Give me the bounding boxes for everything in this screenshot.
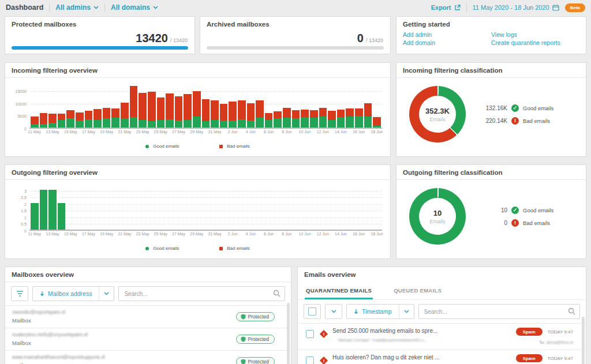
- domains-filter-dropdown[interactable]: All domains: [111, 3, 158, 12]
- check-circle-icon: ✓: [511, 207, 519, 214]
- divider: [104, 3, 105, 12]
- add-domain-link[interactable]: Add domain: [403, 39, 491, 46]
- emails-tabs: QUARANTINED EMAILS QUEUED EMAILS: [298, 283, 586, 300]
- archived-count: 0: [357, 32, 364, 45]
- check-circle-icon: ✓: [511, 104, 519, 112]
- beta-badge: Beta: [565, 3, 585, 12]
- email-timestamp: TODAY 9:47: [548, 329, 573, 335]
- email-row-checkbox[interactable]: [306, 330, 314, 338]
- sort-by-mailbox-address-button[interactable]: Mailbox address: [33, 287, 99, 301]
- mailbox-address: zwendie@reportspam.nl: [12, 309, 236, 315]
- chevron-down-icon: [404, 310, 409, 313]
- dashboard-page: Dashboard All admins All domains Export …: [0, 0, 591, 364]
- card-title: Archived mailboxes: [200, 17, 390, 31]
- bad-emails-count: 0: [481, 220, 507, 226]
- archived-total: / 13420: [366, 37, 383, 43]
- donut-unit: Emails: [429, 219, 445, 224]
- calendar-icon: [552, 4, 559, 11]
- admins-filter-dropdown[interactable]: All admins: [55, 3, 99, 12]
- mailbox-type-label: Mailbox: [12, 317, 236, 324]
- create-quarantine-reports-link[interactable]: Create quarantine reports: [491, 39, 579, 46]
- spam-warning-icon: !: [320, 357, 328, 364]
- status-label: Protected: [248, 359, 269, 364]
- bad-emails-label: Bad emails: [523, 220, 550, 226]
- select-all-checkbox-button[interactable]: [304, 304, 321, 319]
- protected-status-badge: Protected: [236, 312, 275, 321]
- mailbox-row[interactable]: www.mamahartthwoont@reportsupports.nl Ma…: [5, 350, 291, 364]
- exclamation-circle-icon: !: [511, 117, 519, 125]
- protected-status-badge: Protected: [236, 357, 275, 364]
- legend-label: Bad emails: [227, 246, 250, 251]
- mailbox-address: www.mamahartthwoont@reportsupports.nl: [12, 354, 236, 360]
- date-range-picker[interactable]: 11 May 2020 - 18 Jun 2020: [473, 4, 559, 11]
- bad-emails-legend-dot: [219, 247, 223, 250]
- status-label: Protected: [248, 336, 269, 342]
- admins-filter-label: All admins: [55, 3, 91, 12]
- sort-label: Mailbox address: [48, 290, 92, 297]
- donut-unit: Emails: [429, 117, 445, 122]
- good-emails-legend-dot: [145, 247, 149, 250]
- shield-icon: [241, 314, 246, 320]
- sort-by-timestamp-button[interactable]: Timestamp: [347, 305, 399, 318]
- protected-progress-track: [12, 46, 188, 50]
- top-bar: Dashboard All admins All domains Export …: [0, 0, 591, 15]
- select-all-checkbox[interactable]: [308, 307, 316, 316]
- email-row[interactable]: ! Send 250.000 marketing emails to spre.…: [298, 323, 586, 350]
- select-options-chevron[interactable]: [325, 304, 342, 319]
- protected-progress-fill: [12, 46, 188, 50]
- archived-progress-track: [207, 46, 384, 50]
- filter-button[interactable]: [11, 286, 28, 301]
- card-title: Outgoing filtering overview: [5, 165, 390, 180]
- chevron-down-icon: [331, 310, 336, 313]
- spam-warning-icon: !: [320, 330, 328, 338]
- card-title: Protected mailboxes: [5, 17, 194, 31]
- emails-scrollbar[interactable]: [582, 317, 585, 364]
- archived-mailboxes-card: Archived mailboxes 0 / 13420: [200, 16, 391, 54]
- classification-legend: 10 ✓ Good emails 0 ! Bad emails: [481, 207, 553, 227]
- email-row[interactable]: ! Huis isoleren? Dan mag u dit zeker nie…: [298, 350, 586, 364]
- email-search-input[interactable]: [418, 304, 580, 319]
- outgoing-filtering-overview-card: Outgoing filtering overview 00.511.522.5…: [5, 164, 391, 259]
- email-timestamp: TODAY 9:47: [548, 356, 573, 361]
- email-recipient: alexa@tilva.nl: [546, 340, 573, 345]
- getting-started-card: Getting started Add admin View logs Add …: [396, 16, 586, 54]
- mailbox-search-input[interactable]: [118, 286, 285, 301]
- arrow-down-icon: [40, 291, 44, 297]
- good-emails-count: 10: [481, 207, 507, 213]
- exclamation-circle-icon: !: [511, 219, 519, 227]
- mailboxes-scrollbar[interactable]: [287, 303, 290, 364]
- email-row-checkbox[interactable]: [306, 357, 314, 364]
- chevron-down-icon: [104, 292, 109, 295]
- tab-quarantined-emails[interactable]: QUARANTINED EMAILS: [305, 283, 373, 299]
- mailbox-row[interactable]: nualsryimu.mirfu@onyourtspaim.nl Mailbox…: [5, 328, 291, 350]
- export-label: Export: [431, 4, 451, 11]
- add-admin-link[interactable]: Add admin: [403, 31, 491, 38]
- emails-toolbar: Timestamp: [298, 300, 586, 323]
- sort-options-chevron[interactable]: [99, 287, 114, 301]
- filter-icon: [16, 290, 24, 297]
- tab-queued-emails[interactable]: QUEUED EMAILS: [392, 283, 443, 299]
- mailbox-row[interactable]: zwendie@reportspam.nl Mailbox Protected: [5, 305, 291, 328]
- sort-options-chevron[interactable]: [399, 305, 414, 318]
- date-range-label: 11 May 2020 - 18 Jun 2020: [473, 4, 549, 11]
- chevron-down-icon: [153, 6, 158, 9]
- good-emails-label: Good emails: [523, 207, 553, 213]
- page-title: Dashboard: [6, 3, 43, 12]
- protected-count: 13420: [136, 32, 168, 45]
- export-icon: [454, 5, 461, 11]
- divider: [49, 3, 50, 12]
- divider: [466, 3, 467, 12]
- spam-badge: Spam: [516, 328, 543, 336]
- outgoing-filtering-classification-card: Outgoing filtering classification 10 Ema…: [396, 164, 586, 259]
- card-title: Incoming filtering classification: [397, 63, 586, 78]
- chevron-down-icon: [93, 6, 99, 9]
- protected-status-badge: Protected: [236, 335, 275, 344]
- card-title: Outgoing filtering classification: [397, 165, 586, 180]
- export-button[interactable]: Export: [431, 4, 461, 11]
- outgoing-filtering-chart: 00.511.522.5311 May13 May15 May17 May19 …: [29, 187, 382, 231]
- donut-total: 352.3K: [425, 107, 450, 115]
- bad-emails-label: Bad emails: [523, 118, 550, 124]
- card-title: Incoming filtering overview: [5, 63, 390, 78]
- card-title: Emails overview: [298, 267, 586, 282]
- view-logs-link[interactable]: View logs: [491, 31, 579, 38]
